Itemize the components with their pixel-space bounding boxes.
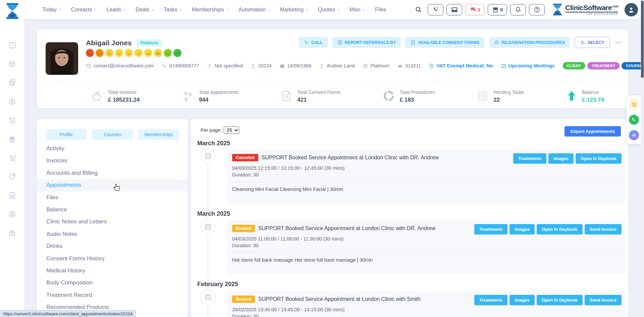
pages-icon[interactable]	[0, 73, 24, 92]
phone-button[interactable]	[428, 4, 443, 15]
sidebar-item-clinic-notes-and-letters[interactable]: Clinic Notes and Letters	[37, 216, 188, 228]
stat-label: Total Procedures	[400, 90, 435, 95]
nav-item-files[interactable]: Files	[375, 7, 386, 13]
treatments-button[interactable]: Treatments	[474, 224, 507, 234]
stat-pending-tasks: Pending Tasks22	[477, 90, 524, 103]
export-appointments-button[interactable]: Export Appointments	[565, 126, 621, 137]
mood-emoji-neutral[interactable]	[125, 49, 133, 57]
call-button[interactable]: CALL	[299, 37, 327, 48]
mood-emoji-sad[interactable]	[96, 49, 104, 57]
help-button[interactable]	[529, 4, 545, 15]
mood-emoji-sad[interactable]	[105, 49, 113, 57]
images-button[interactable]: Images	[548, 153, 574, 164]
scrollbar-thumb[interactable]	[641, 1, 644, 78]
price-tag-icon[interactable]	[0, 167, 24, 186]
notifications-button[interactable]	[510, 4, 526, 15]
sidebar-item-activity[interactable]: Activity	[37, 143, 188, 155]
more-actions-button[interactable]: •••	[614, 40, 623, 45]
mood-emoji-sad[interactable]	[86, 49, 94, 57]
support-person-icon[interactable]	[0, 205, 24, 223]
search-icon[interactable]	[415, 6, 422, 13]
sidebar-item-audio-notes[interactable]: Audio Notes	[37, 228, 188, 240]
tab-memberships[interactable]: Memberships	[138, 129, 179, 140]
bag-icon[interactable]	[0, 92, 24, 111]
calendar-icon[interactable]: 12	[0, 36, 24, 54]
nav-item-misc[interactable]: Misc⌄	[350, 7, 366, 13]
sidebar-item-treatment-record[interactable]: Treatment Record	[37, 289, 188, 301]
report-referrals-button[interactable]: REPORT REFERRALS BY	[332, 37, 401, 48]
user-avatar[interactable]	[625, 3, 638, 16]
sidebar-item-consent-forms-history[interactable]: Consent Forms History	[37, 253, 188, 265]
consent-forms-button[interactable]: AVAILABLE CONSENT FORMS	[406, 37, 484, 48]
tier-badge: Platinum	[137, 39, 162, 47]
mood-emoji-smile[interactable]	[164, 49, 172, 57]
tab-courses[interactable]: Courses	[92, 129, 133, 140]
label-treatment[interactable]: TREATMENT	[587, 62, 620, 69]
chat-count-badge: 3	[478, 7, 480, 12]
sidebar-item-body-composition[interactable]: Body Composition	[37, 277, 188, 289]
nav-item-leads[interactable]: Leads⌄	[107, 7, 127, 13]
nav-item-memberships[interactable]: Memberships⌄	[192, 7, 229, 13]
appointment-datetime: 04/03/2025 11:00:00 / 11:00:00 - 11:30:0…	[232, 236, 620, 242]
nav-item-contacts[interactable]: Contacts⌄	[71, 7, 98, 13]
mood-emoji-grin[interactable]	[173, 49, 181, 57]
client-email[interactable]: contact@clinicsoftware.com	[86, 63, 154, 68]
inbox-button[interactable]	[446, 4, 462, 15]
open-in-daybook-button[interactable]: Open In Daybook	[576, 153, 622, 164]
nav-item-today[interactable]: Today⌄	[42, 7, 62, 13]
cube-icon[interactable]	[0, 54, 24, 73]
nav-item-automation[interactable]: Automation⌄	[238, 7, 271, 13]
chat-button[interactable]: 3	[465, 4, 485, 15]
mood-emoji-smile[interactable]	[144, 49, 152, 57]
label-client[interactable]: CLIENT	[563, 62, 586, 69]
clinicsoftware-logo[interactable]: ClinicSoftware.com TEN STEPS AHEAD	[552, 3, 618, 16]
per-page-select[interactable]: 25	[224, 126, 239, 134]
nav-item-deals[interactable]: Deals⌄	[136, 7, 155, 13]
chart-document-icon[interactable]	[0, 186, 24, 205]
task-list-icon	[477, 90, 489, 102]
client-photo[interactable]	[46, 42, 78, 75]
basket-icon[interactable]	[629, 99, 639, 109]
sidebar-item-files[interactable]: Files	[37, 192, 188, 204]
nav-label: Contacts	[71, 7, 92, 13]
history-clock-icon[interactable]	[0, 111, 24, 129]
images-button[interactable]: Images	[509, 224, 535, 234]
vat-exempt-link[interactable]: VAT Exempt Medical: No	[429, 63, 493, 68]
scrollbar-track[interactable]	[641, 0, 644, 317]
upcoming-meetings-link[interactable]: 12Upcoming Meetings	[501, 63, 555, 68]
svg-text:12: 12	[503, 65, 505, 67]
sidebar-item-drinks[interactable]: Drinks	[37, 240, 188, 252]
client-phone[interactable]: 07490009777	[162, 63, 199, 68]
mood-emoji-neutral[interactable]	[135, 49, 143, 57]
rejuvenation-button[interactable]: REJUVENATION PROCEDURES	[489, 37, 570, 48]
tab-profile[interactable]: Profile	[46, 129, 87, 140]
send-invoice-button[interactable]: Send Invoice	[585, 224, 622, 234]
nav-item-marketing[interactable]: Marketing⌄	[280, 7, 309, 13]
treatments-button[interactable]: Treatments	[513, 153, 546, 164]
open-in-daybook-button[interactable]: Open In Daybook	[537, 295, 583, 305]
nav-item-tasks[interactable]: Tasks⌄	[164, 7, 183, 13]
select-button[interactable]: SELECT	[575, 37, 610, 48]
clinicsoftware-logo-mark[interactable]	[5, 3, 19, 19]
appointment-datetime: 28/02/2025 13:45:00 / 13:45:00 - 14:15:0…	[232, 307, 620, 312]
sidebar-item-balance[interactable]: Balance	[37, 204, 188, 216]
rejuvenation-label: REJUVENATION PROCEDURES	[501, 40, 565, 45]
whatsapp-icon[interactable]	[629, 115, 639, 125]
sidebar-item-medical-history[interactable]: Medical History	[37, 265, 188, 277]
ai-assistant-icon[interactable]: AI	[629, 130, 639, 140]
shopping-cart-icon[interactable]	[0, 148, 24, 167]
treatments-button[interactable]: Treatments	[474, 295, 507, 305]
lock-case-icon[interactable]	[0, 223, 24, 242]
send-invoice-button[interactable]: Send Invoice	[585, 295, 622, 305]
nav-item-quotes[interactable]: Quotes⌄	[318, 7, 341, 13]
store-button[interactable]: 0	[488, 4, 507, 15]
images-button[interactable]: Images	[509, 295, 535, 305]
sidebar-item-accounts-and-billing[interactable]: Accounts and Billing	[37, 167, 188, 179]
mood-emoji-neutral[interactable]	[115, 49, 123, 57]
gift-icon[interactable]	[0, 129, 24, 148]
appointment-title: SUPPORT Booked Service Appointment at Lo…	[262, 155, 439, 161]
sidebar-item-invoices[interactable]: Invoices	[37, 155, 188, 167]
chevron-down-icon: ⌄	[151, 7, 155, 11]
mood-emoji-grin[interactable]	[154, 49, 162, 57]
open-in-daybook-button[interactable]: Open In Daybook	[537, 224, 583, 234]
